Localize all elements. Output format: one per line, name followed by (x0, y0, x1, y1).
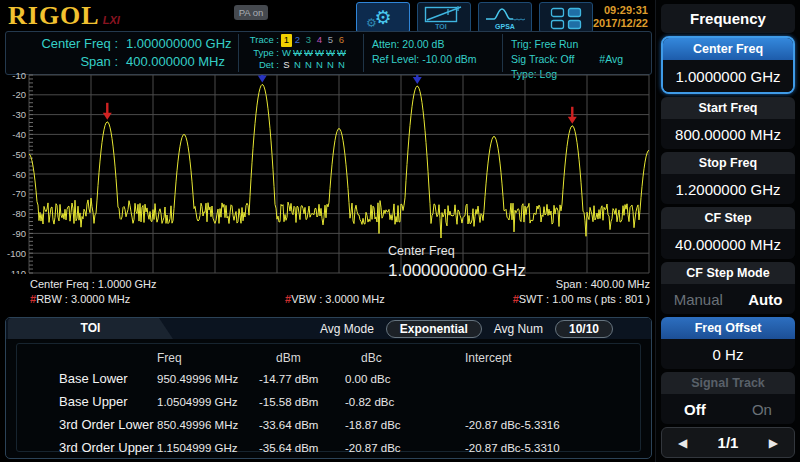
avg-num-button[interactable]: 10/10 (555, 320, 613, 338)
lxi-badge: LXI (103, 14, 120, 26)
table-cell: 1.1504999 GHz (157, 442, 259, 454)
det-row-item: N (325, 59, 336, 72)
overlay-label: Center Freq (388, 244, 526, 258)
table-cell: -0.82 dBc (345, 396, 463, 408)
signal-track-on-option[interactable]: On (752, 401, 772, 418)
span-label: Span : (20, 53, 118, 71)
trace-type-row: Type :WWWWWW (245, 47, 361, 60)
cf-step-mode-manual-option[interactable]: Manual (674, 291, 723, 308)
display-layout-button[interactable] (539, 2, 593, 33)
prev-page-arrow-icon[interactable]: ◀ (678, 436, 687, 450)
stop-freq-button-value: 1.2000000 GHz (661, 174, 795, 204)
trace-det-row: Det :SNNNNN (245, 59, 361, 72)
table-row: 3rd Order Lower850.49996 MHz-33.64 dBm-1… (17, 413, 640, 436)
cf-step-button-label: CF Step (661, 207, 795, 229)
red-marker-arrow-icon (103, 103, 112, 120)
trace-row-item: 1 (281, 34, 292, 47)
center-freq-label: Center Freq : (20, 35, 118, 53)
swt-annotation: #SWT : 1.00 ms ( pts : 801 ) (513, 293, 650, 305)
tab-toi[interactable]: TOI (8, 318, 173, 339)
gear-icon: ⚙ (374, 8, 391, 27)
stop-freq-button[interactable]: Stop Freq 1.2000000 GHz (661, 152, 795, 204)
toi-icon: TOI (422, 5, 466, 31)
menu-pager: ◀ 1/1 ▶ (661, 427, 795, 458)
table-cell: Base Upper (17, 394, 157, 409)
atten-readout: Atten: 20.00 dB (372, 37, 500, 52)
table-row: Base Lower950.49996 MHz-14.77 dBm0.00 dB… (17, 367, 640, 390)
next-page-arrow-icon[interactable]: ▶ (769, 436, 778, 450)
table-cell: 850.49996 MHz (157, 419, 259, 431)
ref-level-readout: Ref Level: -10.00 dBm (372, 52, 500, 67)
start-freq-button-value: 800.00000 MHz (661, 119, 795, 149)
start-freq-button[interactable]: Start Freq 800.00000 MHz (661, 97, 795, 149)
spectrum-analyzer-screen: RIGOLLXI PA on ⚙ ⚙ TOI GPSA (0, 0, 800, 462)
tiles-icon (550, 6, 582, 30)
table-cell: 950.49996 MHz (157, 373, 259, 385)
cf-step-mode-auto-option[interactable]: Auto (748, 291, 782, 308)
table-cell: 3rd Order Upper (17, 440, 157, 455)
settings-button[interactable]: ⚙ ⚙ (356, 2, 410, 33)
y-axis-label: -90 (12, 228, 26, 239)
signal-track-off-option[interactable]: Off (684, 401, 706, 418)
rigol-logo-text: RIGOL (8, 1, 100, 30)
measurement-info-bar: Center Freq : 1.000000000 GHz Span : 400… (5, 31, 652, 75)
pa-on-button[interactable]: PA on (234, 5, 268, 20)
table-cell: -33.64 dBm (259, 419, 345, 431)
table-cell: -15.58 dBm (259, 396, 345, 408)
trace-row-item: 2 (292, 34, 303, 47)
start-freq-button-label: Start Freq (661, 97, 795, 119)
col-header-dbc: dBc (345, 351, 463, 365)
det-row-item: N (303, 59, 314, 72)
toi-measure-button[interactable]: TOI (417, 2, 471, 33)
trace-row-label: Trace : (245, 34, 279, 47)
table-cell: -35.64 dBm (259, 442, 345, 454)
time-text: 09:29:31 (593, 4, 648, 17)
table-cell: 0.00 dBc (345, 373, 463, 385)
signal-track-button[interactable]: Signal Track Off On (661, 372, 795, 424)
y-axis-label: -80 (12, 208, 26, 219)
freq-offset-button-value: 0 Hz (661, 339, 795, 369)
rigol-logo: RIGOLLXI (8, 1, 120, 31)
avg-mode-label: Avg Mode (320, 322, 374, 336)
trace-status-block: Trace :123456 Type :WWWWWW Det :SNNNNN (239, 32, 363, 74)
det-row-item: S (281, 59, 292, 72)
trig-block: Trig: Free Run Sig Track: Off #Avg Type:… (503, 32, 651, 74)
gpsa-mode-button[interactable]: GPSA (478, 2, 532, 33)
clock: 09:29:31 2017/12/22 (593, 4, 648, 30)
trace-row-item: 6 (336, 34, 347, 47)
y-axis-label: -60 (12, 169, 26, 180)
trace-row-item: 5 (325, 34, 336, 47)
toi-table: Freq dBm dBc Intercept Base Lower950.499… (16, 343, 641, 452)
toi-tab-bar: TOI Avg Mode Exponential Avg Num 10/10 (6, 318, 651, 339)
freq-span-readout: Center Freq : 1.000000000 GHz Span : 400… (6, 32, 238, 74)
table-row: 3rd Order Upper1.1504999 GHz-35.64 dBm-2… (17, 436, 640, 459)
cf-step-button[interactable]: CF Step 40.000000 MHz (661, 207, 795, 259)
svg-text:GPSA: GPSA (495, 23, 515, 30)
avg-mode-button[interactable]: Exponential (386, 320, 482, 338)
red-marker-arrow-icon (568, 107, 577, 124)
svg-text:TOI: TOI (435, 23, 447, 30)
toi-table-header: Freq dBm dBc Intercept (17, 348, 640, 367)
trace-row: Trace :123456 (245, 34, 361, 47)
plot-annotation-row1: Center Freq : 1.0000 GHz Span : 400.00 M… (30, 278, 650, 290)
table-cell: -14.77 dBm (259, 373, 345, 385)
page-indicator: 1/1 (718, 434, 739, 451)
gpsa-icon: GPSA (483, 5, 527, 31)
freq-offset-button[interactable]: Freq Offset 0 Hz (661, 317, 795, 369)
frequency-menu-sidebar: Frequency Center Freq 1.0000000 GHz Star… (655, 0, 800, 462)
table-cell: 1.0504999 GHz (157, 396, 259, 408)
atten-ref-block: Atten: 20.00 dB Ref Level: -10.00 dBm (364, 32, 502, 74)
type-row-item: W (303, 47, 314, 60)
table-cell: Base Lower (17, 371, 157, 386)
spectrum-chart: -10-20-30-40-50-60-70-80-90-100-110 (0, 72, 655, 274)
trace-row-item: 4 (314, 34, 325, 47)
table-cell: 3rd Order Lower (17, 417, 157, 432)
det-row-item: N (336, 59, 347, 72)
table-cell: -20.87 dBc-5.3316 (463, 419, 640, 431)
type-row-item: W (292, 47, 303, 60)
center-freq-button[interactable]: Center Freq 1.0000000 GHz (661, 36, 795, 94)
cf-step-mode-label: CF Step Mode (661, 262, 795, 284)
cf-step-mode-button[interactable]: CF Step Mode Manual Auto (661, 262, 795, 314)
y-axis-label: -100 (7, 248, 26, 259)
stop-freq-button-label: Stop Freq (661, 152, 795, 174)
